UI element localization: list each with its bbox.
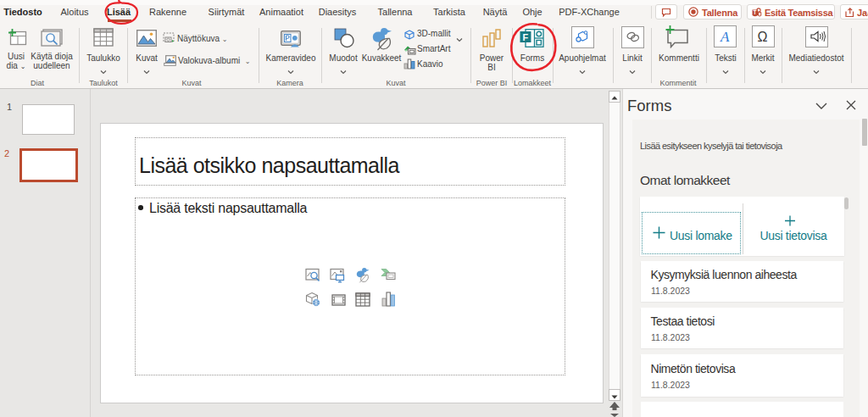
svg-text:F: F [522,32,528,42]
svg-text:Ω: Ω [758,30,768,44]
svg-text:T: T [754,9,757,15]
svg-text:A: A [720,29,730,45]
